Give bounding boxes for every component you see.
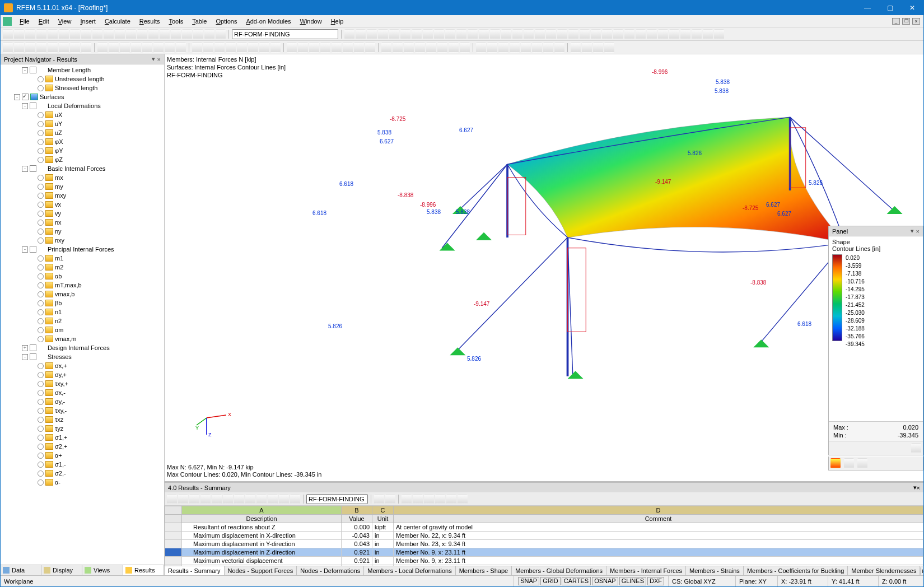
toolbar-button[interactable] [510, 43, 520, 53]
toolbar-button[interactable] [226, 43, 236, 53]
toolbar-button[interactable] [354, 43, 364, 53]
toolbar-button[interactable] [216, 29, 226, 39]
tree-node[interactable]: vmax,b [1, 290, 164, 299]
toolbar-button[interactable] [692, 29, 702, 39]
toolbar-button[interactable] [535, 29, 545, 39]
toolbar-button[interactable] [70, 29, 80, 39]
tree-node[interactable]: my [1, 182, 164, 191]
toolbar-button[interactable] [636, 29, 646, 39]
table-row[interactable]: Maximum displacement in Y-direction0.043… [165, 540, 923, 548]
table-prev-button[interactable] [374, 494, 384, 504]
toolbar-button[interactable] [703, 29, 713, 39]
results-tab[interactable]: Members - Global Deformations [512, 566, 606, 575]
toolbar-button[interactable] [14, 43, 24, 53]
tree-radio[interactable] [38, 76, 44, 82]
toolbar-button[interactable] [367, 29, 377, 39]
tree-toggle[interactable]: - [14, 94, 20, 100]
tree-radio[interactable] [38, 479, 44, 486]
tree-checkbox[interactable] [30, 246, 36, 253]
tree-node[interactable]: Stressed length [1, 83, 164, 92]
toolbar-button[interactable] [343, 43, 353, 53]
toolbar-button[interactable] [59, 29, 69, 39]
tree-toggle[interactable]: - [22, 103, 28, 109]
tree-node[interactable]: vmax,m [1, 334, 164, 343]
tree-checkbox[interactable] [30, 103, 36, 109]
tree-toggle[interactable]: - [22, 166, 28, 172]
tree-node[interactable]: m2 [1, 263, 164, 272]
toolbar-button[interactable] [404, 43, 414, 53]
table-toolbar-button[interactable] [413, 494, 423, 504]
menu-view[interactable]: View [54, 17, 76, 26]
status-toggle-dxf[interactable]: DXF [647, 577, 664, 585]
navigator-dropdown-icon[interactable]: ▾ [152, 55, 155, 63]
toolbar-button[interactable] [476, 43, 486, 53]
tree-radio[interactable] [38, 291, 44, 297]
tree-checkbox[interactable] [22, 94, 29, 100]
toolbar-button[interactable] [714, 29, 724, 39]
tree-node[interactable]: σ2,+ [1, 442, 164, 451]
tree-node[interactable]: -Stresses [1, 352, 164, 361]
tree-radio[interactable] [38, 157, 44, 163]
tree-checkbox[interactable] [30, 67, 36, 73]
tree-radio[interactable] [38, 300, 44, 306]
toolbar-button[interactable] [415, 43, 425, 53]
table-toolbar-button[interactable] [446, 494, 456, 504]
table-toolbar-button[interactable] [424, 494, 434, 504]
tree-node[interactable]: α- [1, 478, 164, 487]
table-toolbar-button[interactable] [212, 494, 222, 504]
tab-scroll-first[interactable]: ⏮ [920, 567, 923, 575]
table-toolbar-button[interactable] [279, 494, 289, 504]
tree-node[interactable]: m1 [1, 254, 164, 263]
maximize-button[interactable]: ▢ [879, 1, 901, 15]
tree-node[interactable]: +Design Internal Forces [1, 343, 164, 352]
toolbar-button[interactable] [70, 43, 80, 53]
tree-checkbox[interactable] [30, 353, 36, 360]
toolbar-button[interactable] [214, 43, 225, 53]
table-toolbar-button[interactable] [178, 494, 188, 504]
results-grid[interactable]: A B C D Description Value Unit Comment R… [165, 506, 923, 566]
toolbar-button[interactable] [248, 43, 258, 53]
tree-radio[interactable] [38, 130, 44, 136]
tree-node[interactable]: σy,+ [1, 370, 164, 379]
tree-node[interactable]: σ1,- [1, 460, 164, 469]
tree-node[interactable]: uX [1, 110, 164, 119]
toolbar-button[interactable] [624, 29, 634, 39]
tree-radio[interactable] [38, 202, 44, 208]
menu-help[interactable]: Help [326, 17, 348, 26]
tree-node[interactable]: n1 [1, 308, 164, 316]
toolbar-button[interactable] [437, 43, 447, 53]
menu-edit[interactable]: Edit [34, 17, 54, 26]
tree-node[interactable]: τxy,+ [1, 379, 164, 388]
minimize-button[interactable]: — [856, 1, 879, 15]
table-row[interactable]: Maximum vectorial displacement0.921inMem… [165, 557, 923, 565]
results-tab[interactable]: Member Slendernesses [848, 566, 920, 575]
toolbar-button[interactable] [36, 29, 46, 39]
toolbar-button[interactable] [270, 43, 281, 53]
tree-node[interactable]: mT,max,b [1, 281, 164, 290]
toolbar-button[interactable] [365, 43, 375, 53]
toolbar-button[interactable] [490, 29, 500, 39]
tree-radio[interactable] [38, 148, 44, 154]
toolbar-button[interactable] [36, 43, 46, 53]
toolbar-button[interactable] [176, 43, 186, 53]
toolbar-button[interactable] [182, 29, 192, 39]
toolbar-button[interactable] [568, 29, 578, 39]
table-toolbar-button[interactable] [167, 494, 177, 504]
table-toolbar-button[interactable] [223, 494, 233, 504]
tree-node[interactable]: Unstressed length [1, 74, 164, 83]
navigator-tab-display[interactable]: Display [41, 565, 82, 575]
toolbar-button[interactable] [524, 29, 534, 39]
toolbar-button[interactable] [160, 29, 170, 39]
toolbar-button[interactable] [546, 29, 556, 39]
toolbar-button[interactable] [426, 43, 436, 53]
toolbar-button[interactable] [48, 43, 58, 53]
results-tab[interactable]: Results - Summary [165, 566, 225, 575]
tree-node[interactable]: vy [1, 209, 164, 218]
tree-checkbox[interactable] [30, 344, 36, 351]
toolbar-button[interactable] [92, 29, 102, 39]
toolbar-button[interactable] [193, 29, 203, 39]
tree-radio[interactable] [38, 318, 44, 324]
tree-node[interactable]: αb [1, 272, 164, 281]
toolbar-button[interactable] [669, 29, 679, 39]
tree-node[interactable]: φZ [1, 155, 164, 164]
